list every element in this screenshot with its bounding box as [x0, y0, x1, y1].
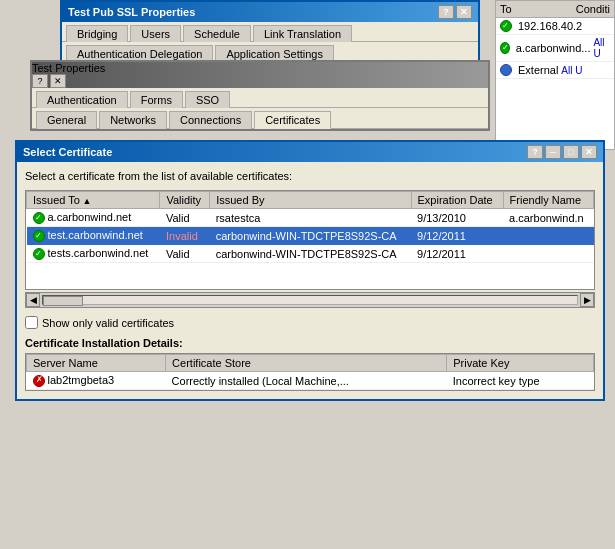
cert-dialog-title-bar: Select Certificate ? ─ □ ✕	[17, 142, 603, 162]
cert-min-btn[interactable]: ─	[545, 145, 561, 159]
test-close-btn[interactable]: ✕	[50, 74, 66, 88]
cert-instruction: Select a certificate from the list of av…	[25, 170, 595, 182]
ssl-tab-row-1: Bridging Users Schedule Link Translation	[62, 22, 478, 42]
cert-status-icon	[33, 230, 45, 242]
ssl-close-btn[interactable]: ✕	[456, 5, 472, 19]
right-panel-item-2-suffix: All U	[593, 37, 610, 59]
tab-bridging[interactable]: Bridging	[66, 25, 128, 42]
blue-icon-1	[500, 64, 512, 76]
cert-dialog-title: Select Certificate	[23, 146, 112, 158]
col-expiration-date[interactable]: Expiration Date	[411, 192, 503, 209]
test-help-btn[interactable]: ?	[32, 74, 48, 88]
green-icon-1	[500, 20, 512, 32]
tab-schedule[interactable]: Schedule	[183, 25, 251, 42]
tab-forms[interactable]: Forms	[130, 91, 183, 108]
cert-status-icon	[33, 212, 45, 224]
cert-table-container[interactable]: Issued To Validity Issued By Expiration …	[25, 190, 595, 290]
tab-certificates[interactable]: Certificates	[254, 111, 331, 129]
install-server-name: lab2tmgbeta3	[27, 372, 166, 390]
cert-issued-by: carbonwind-WIN-TDCTPE8S92S-CA	[210, 245, 411, 263]
ssl-help-btn[interactable]: ?	[438, 5, 454, 19]
scroll-left-btn[interactable]: ◀	[26, 293, 40, 307]
cert-issued-to: a.carbonwind.net	[27, 209, 160, 227]
right-panel-item-1[interactable]: 192.168.40.2	[496, 18, 614, 35]
scrollbar-thumb[interactable]	[43, 296, 83, 306]
install-cert-store: Correctly installed (Local Machine,...	[166, 372, 447, 390]
cert-status-icon	[33, 248, 45, 260]
install-table-container: Server Name Certificate Store Private Ke…	[25, 353, 595, 391]
tab-networks[interactable]: Networks	[99, 111, 167, 129]
cert-validity: Valid	[160, 209, 210, 227]
cert-friendly-name	[503, 245, 593, 263]
install-col-store[interactable]: Certificate Store	[166, 355, 447, 372]
cert-friendly-name	[503, 227, 593, 245]
install-col-key[interactable]: Private Key	[447, 355, 594, 372]
col-issued-by[interactable]: Issued By	[210, 192, 411, 209]
right-panel-header: To Conditi	[496, 1, 614, 18]
test-title: Test Properties	[32, 62, 105, 74]
cert-validity: Invalid	[160, 227, 210, 245]
cert-close-btn[interactable]: ✕	[581, 145, 597, 159]
col-friendly-name[interactable]: Friendly Name	[503, 192, 593, 209]
right-panel-item-2-text: a.carbonwind...	[516, 42, 591, 54]
right-panel-item-3-suffix: All U	[561, 65, 582, 76]
test-title-controls: ? ✕	[32, 74, 488, 88]
cert-help-btn[interactable]: ?	[527, 145, 543, 159]
cert-table-row[interactable]: tests.carbonwind.net Valid carbonwind-WI…	[27, 245, 594, 263]
right-panel-col1: To	[500, 3, 512, 15]
tab-link-translation[interactable]: Link Translation	[253, 25, 352, 42]
cert-issued-by: rsatestca	[210, 209, 411, 227]
ssl-title: Test Pub SSL Properties	[68, 6, 195, 18]
cert-table: Issued To Validity Issued By Expiration …	[26, 191, 594, 263]
install-status-icon	[33, 375, 45, 387]
install-table-row: lab2tmgbeta3 Correctly installed (Local …	[27, 372, 594, 390]
right-panel-item-1-text: 192.168.40.2	[518, 20, 582, 32]
ssl-title-controls: ? ✕	[438, 5, 472, 19]
cert-dialog-body: Select a certificate from the list of av…	[17, 162, 603, 399]
right-panel-col2: Conditi	[576, 3, 610, 15]
cert-max-btn[interactable]: □	[563, 145, 579, 159]
install-table: Server Name Certificate Store Private Ke…	[26, 354, 594, 390]
cert-expiration: 9/12/2011	[411, 245, 503, 263]
tab-general-test[interactable]: General	[36, 111, 97, 129]
right-panel-item-3[interactable]: External All U	[496, 62, 614, 79]
right-panel-item-3-text: External	[518, 64, 558, 76]
right-panel-item-2[interactable]: a.carbonwind... All U	[496, 35, 614, 62]
cert-table-row[interactable]: test.carbonwind.net Invalid carbonwind-W…	[27, 227, 594, 245]
cert-issued-by: carbonwind-WIN-TDCTPE8S92S-CA	[210, 227, 411, 245]
select-certificate-dialog: Select Certificate ? ─ □ ✕ Select a cert…	[15, 140, 605, 401]
cert-issued-to: test.carbonwind.net	[27, 227, 160, 245]
green-icon-2	[500, 42, 510, 54]
show-valid-checkbox[interactable]	[25, 316, 38, 329]
install-private-key: Incorrect key type	[447, 372, 594, 390]
cert-table-header-row: Issued To Validity Issued By Expiration …	[27, 192, 594, 209]
tab-connections[interactable]: Connections	[169, 111, 252, 129]
right-panel: To Conditi 192.168.40.2 a.carbonwind... …	[495, 0, 615, 150]
test-properties-window: Test Properties ? ✕ Authentication Forms…	[30, 60, 490, 131]
cert-validity: Valid	[160, 245, 210, 263]
cert-friendly-name: a.carbonwind.n	[503, 209, 593, 227]
cert-issued-to: tests.carbonwind.net	[27, 245, 160, 263]
install-table-header-row: Server Name Certificate Store Private Ke…	[27, 355, 594, 372]
show-valid-checkbox-row: Show only valid certificates	[25, 316, 595, 329]
scrollbar-track	[42, 295, 578, 305]
test-tab-row-2: General Networks Connections Certificate…	[32, 108, 488, 129]
show-valid-label: Show only valid certificates	[42, 317, 174, 329]
test-tab-row-1: Authentication Forms SSO	[32, 88, 488, 108]
tab-users[interactable]: Users	[130, 25, 181, 42]
ssl-title-bar: Test Pub SSL Properties ? ✕	[62, 2, 478, 22]
tab-sso[interactable]: SSO	[185, 91, 230, 108]
col-validity[interactable]: Validity	[160, 192, 210, 209]
test-title-bar: Test Properties ? ✕	[32, 62, 488, 88]
scroll-right-btn[interactable]: ▶	[580, 293, 594, 307]
cert-expiration: 9/12/2011	[411, 227, 503, 245]
install-col-server[interactable]: Server Name	[27, 355, 166, 372]
tab-authentication[interactable]: Authentication	[36, 91, 128, 108]
ssl-tab-row-2: Authentication Delegation Application Se…	[62, 42, 478, 62]
col-issued-to[interactable]: Issued To	[27, 192, 160, 209]
cert-scrollbar[interactable]: ◀ ▶	[25, 292, 595, 308]
cert-expiration: 9/13/2010	[411, 209, 503, 227]
install-section-label: Certificate Installation Details:	[25, 337, 595, 349]
cert-table-row[interactable]: a.carbonwind.net Valid rsatestca 9/13/20…	[27, 209, 594, 227]
cert-dialog-controls: ? ─ □ ✕	[527, 145, 597, 159]
